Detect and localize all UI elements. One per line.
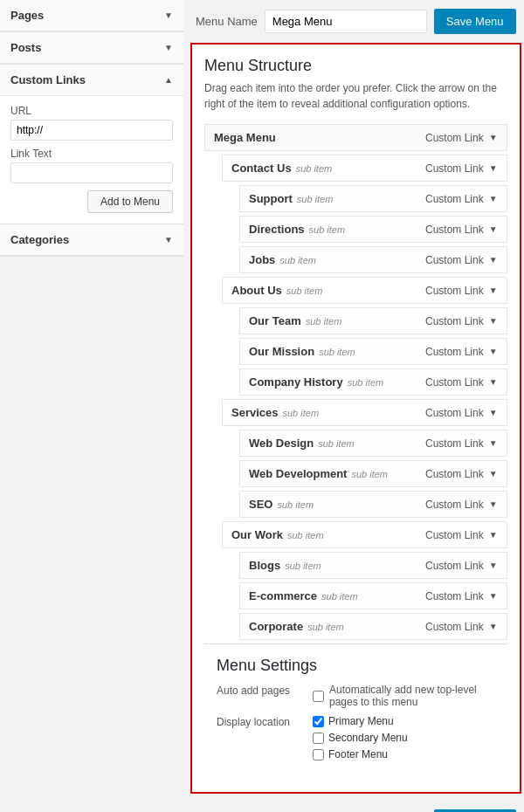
menu-item-sub: sub item — [306, 316, 342, 327]
menu-item-right: Custom Link▼ — [425, 529, 498, 541]
menu-item-expand-icon[interactable]: ▼ — [489, 224, 498, 234]
auto-add-pages-row: Auto add pages Automatically add new top… — [217, 684, 495, 708]
menu-item: Our Teamsub itemCustom Link▼ — [239, 307, 507, 334]
save-menu-button-top[interactable]: Save Menu — [434, 9, 516, 34]
menu-item-expand-icon[interactable]: ▼ — [489, 469, 498, 478]
menu-item-expand-icon[interactable]: ▼ — [489, 163, 498, 173]
menu-item-type: Custom Link — [425, 499, 484, 511]
posts-arrow-icon: ▼ — [164, 43, 173, 52]
sidebar-custom-links-label: Custom Links — [10, 73, 86, 86]
menu-item-sub: sub item — [307, 622, 344, 632]
auto-add-pages-content: Automatically add new top-level pages to… — [313, 684, 495, 708]
menu-structure-description: Drag each item into the order you prefer… — [204, 80, 507, 112]
menu-item-expand-icon[interactable]: ▼ — [489, 499, 498, 509]
sidebar-categories-header[interactable]: Categories ▼ — [0, 224, 183, 256]
sidebar: Pages ▼ Posts ▼ Custom Links ▲ URL — [0, 0, 183, 812]
menu-item: Web Developmentsub itemCustom Link▼ — [239, 460, 507, 487]
location-checkbox-0[interactable] — [313, 716, 324, 727]
menu-item-sub: sub item — [309, 224, 346, 235]
sidebar-custom-links-header[interactable]: Custom Links ▲ — [0, 65, 183, 96]
url-input[interactable] — [10, 120, 173, 141]
menu-item-left: Corporatesub item — [249, 620, 344, 633]
menu-item-expand-icon[interactable]: ▼ — [489, 194, 498, 203]
menu-item-left: E-commercesub item — [249, 589, 358, 602]
menu-item-expand-icon[interactable]: ▼ — [489, 255, 498, 265]
sidebar-posts-label: Posts — [10, 41, 41, 54]
menu-item-expand-icon[interactable]: ▼ — [489, 377, 498, 387]
menu-item-right: Custom Link▼ — [425, 499, 498, 511]
sidebar-section-custom-links: Custom Links ▲ URL Link Text Add to Menu — [0, 65, 183, 224]
menu-item: Web Designsub itemCustom Link▼ — [239, 430, 507, 457]
menu-item-left: Mega Menu — [214, 131, 276, 144]
menu-item: Our Worksub itemCustom Link▼ — [222, 521, 507, 548]
menu-name-input[interactable] — [265, 10, 427, 33]
menu-item-expand-icon[interactable]: ▼ — [489, 408, 498, 417]
menu-item-expand-icon[interactable]: ▼ — [489, 316, 498, 326]
menu-item-right: Custom Link▼ — [425, 254, 498, 266]
menu-item-name: Services — [231, 406, 279, 419]
menu-item: Our Missionsub itemCustom Link▼ — [239, 338, 507, 365]
menu-item: Supportsub itemCustom Link▼ — [239, 185, 507, 212]
menu-item-expand-icon[interactable]: ▼ — [489, 133, 498, 142]
menu-item-right: Custom Link▼ — [425, 285, 498, 297]
location-checkbox-1[interactable] — [313, 733, 324, 744]
location-label: Footer Menu — [328, 748, 388, 760]
menu-item-name: Contact Us — [231, 162, 292, 175]
sidebar-section-posts: Posts ▼ — [0, 32, 183, 65]
link-text-input[interactable] — [10, 162, 173, 183]
menu-structure-box: Menu Structure Drag each item into the o… — [190, 43, 521, 794]
menu-item-right: Custom Link▼ — [425, 590, 498, 602]
custom-links-body: URL Link Text Add to Menu — [0, 96, 183, 224]
sidebar-posts-header[interactable]: Posts ▼ — [0, 32, 183, 64]
categories-arrow-icon: ▼ — [164, 235, 173, 244]
menu-item-type: Custom Link — [425, 437, 484, 450]
sidebar-pages-label: Pages — [10, 9, 44, 22]
menu-item-type: Custom Link — [425, 315, 484, 327]
menu-item-sub: sub item — [297, 194, 334, 204]
sidebar-section-categories: Categories ▼ — [0, 224, 183, 257]
menu-item-expand-icon[interactable]: ▼ — [489, 591, 498, 601]
location-checkbox-2[interactable] — [313, 749, 324, 760]
menu-item-type: Custom Link — [425, 193, 484, 205]
menu-item-type: Custom Link — [425, 407, 484, 419]
menu-item-name: Mega Menu — [214, 131, 276, 144]
menu-item-right: Custom Link▼ — [425, 468, 498, 480]
menu-item-type: Custom Link — [425, 162, 484, 175]
menu-item: Directionssub itemCustom Link▼ — [239, 216, 507, 243]
menu-item-expand-icon[interactable]: ▼ — [489, 286, 498, 295]
menu-item-expand-icon[interactable]: ▼ — [489, 347, 498, 356]
menu-item-sub: sub item — [285, 561, 321, 571]
location-checkbox-row: Secondary Menu — [313, 732, 408, 744]
menu-item-name: Our Team — [249, 314, 301, 327]
menu-item-type: Custom Link — [425, 376, 484, 389]
sidebar-pages-header[interactable]: Pages ▼ — [0, 0, 183, 31]
auto-add-pages-checkbox[interactable] — [313, 691, 324, 702]
menu-item-left: Our Teamsub item — [249, 314, 341, 327]
menu-item-sub: sub item — [318, 438, 355, 449]
menu-item-expand-icon[interactable]: ▼ — [489, 438, 498, 448]
menu-item-expand-icon[interactable]: ▼ — [489, 561, 498, 570]
menu-item-expand-icon[interactable]: ▼ — [489, 622, 498, 631]
bottom-bar: Delete Menu Save Menu — [183, 801, 524, 812]
menu-item-expand-icon[interactable]: ▼ — [489, 530, 498, 540]
menu-item-left: Web Designsub item — [249, 437, 355, 450]
menu-item-type: Custom Link — [425, 468, 484, 480]
menu-item-sub: sub item — [321, 591, 358, 602]
display-location-checkboxes: Primary MenuSecondary MenuFooter Menu — [313, 715, 408, 760]
menu-item-left: Web Developmentsub item — [249, 467, 388, 480]
menu-settings: Menu Settings Auto add pages Automatical… — [204, 643, 507, 780]
menu-item-name: Blogs — [249, 559, 280, 572]
menu-item-right: Custom Link▼ — [425, 224, 498, 236]
top-bar: Menu Name Save Menu — [183, 0, 524, 43]
menu-item-name: Our Mission — [249, 345, 314, 358]
auto-add-pages-desc: Automatically add new top-level pages to… — [329, 684, 495, 708]
menu-item-left: Contact Ussub item — [231, 162, 332, 175]
menu-item: Blogssub itemCustom Link▼ — [239, 552, 507, 579]
location-checkbox-row: Primary Menu — [313, 715, 408, 727]
menu-name-label: Menu Name — [196, 15, 258, 28]
menu-item: Contact Ussub itemCustom Link▼ — [222, 155, 507, 182]
menu-item-sub: sub item — [296, 163, 333, 174]
menu-item-type: Custom Link — [425, 590, 484, 602]
add-to-menu-button[interactable]: Add to Menu — [87, 190, 173, 213]
location-label: Primary Menu — [328, 715, 394, 727]
